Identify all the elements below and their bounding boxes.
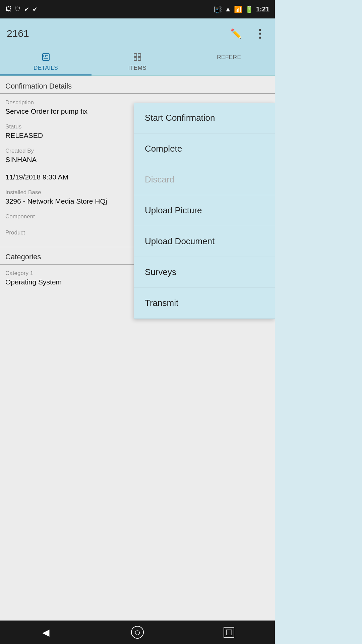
back-icon: ◀: [42, 627, 50, 638]
shield-icon: 🛡: [15, 6, 21, 13]
pencil-icon: ✏️: [230, 29, 242, 39]
home-icon: ○: [131, 626, 144, 639]
tabs-bar: DETAILS ITEMS REFERE: [0, 49, 275, 76]
dropdown-upload-picture[interactable]: Upload Picture: [134, 195, 275, 226]
check-icon-1: ✔: [24, 6, 29, 13]
dropdown-upload-document[interactable]: Upload Document: [134, 226, 275, 257]
tab-details-label: DETAILS: [34, 65, 58, 71]
items-tab-icon: [133, 53, 142, 63]
dropdown-complete[interactable]: Complete: [134, 133, 275, 164]
square-icon: □: [224, 627, 234, 638]
edit-button[interactable]: ✏️: [228, 25, 245, 42]
app-bar-actions: ✏️ ⋮: [228, 24, 268, 43]
vibrate-icon: 📳: [214, 5, 222, 13]
svg-rect-8: [138, 58, 141, 60]
status-bar-left: 🖼 🛡 ✔ ✔: [5, 6, 38, 13]
clock: 1:21: [256, 5, 269, 13]
status-bar-right: 📳 ▲ 📶 🔋 1:21: [214, 5, 269, 13]
tab-refere[interactable]: REFERE: [183, 49, 275, 75]
app-bar: 2161 ✏️ ⋮: [0, 18, 275, 49]
dropdown-transmit[interactable]: Transmit: [134, 288, 275, 319]
svg-point-1: [44, 55, 46, 57]
details-tab-icon: [42, 53, 50, 63]
check-icon-2: ✔: [33, 6, 38, 13]
dropdown-start-confirmation[interactable]: Start Confirmation: [134, 103, 275, 133]
more-options-button[interactable]: ⋮: [251, 24, 268, 43]
recents-button[interactable]: □: [219, 622, 239, 642]
signal-icon: 📶: [234, 5, 242, 13]
svg-rect-7: [134, 58, 137, 60]
battery-icon: 🔋: [245, 5, 253, 13]
tab-items[interactable]: ITEMS: [92, 49, 183, 75]
more-icon: ⋮: [254, 27, 265, 40]
dropdown-surveys[interactable]: Surveys: [134, 257, 275, 288]
status-bar: 🖼 🛡 ✔ ✔ 📳 ▲ 📶 🔋 1:21: [0, 0, 275, 18]
wifi-icon: ▲: [225, 5, 231, 13]
page-title: 2161: [7, 28, 29, 39]
svg-rect-6: [138, 54, 141, 56]
image-icon: 🖼: [5, 6, 11, 13]
home-button[interactable]: ○: [127, 622, 147, 642]
dropdown-menu: Start Confirmation Complete Discard Uplo…: [134, 103, 275, 319]
dropdown-overlay[interactable]: Start Confirmation Complete Discard Uplo…: [0, 76, 275, 624]
tab-details[interactable]: DETAILS: [0, 49, 92, 75]
main-content: Confirmation Details Description Service…: [0, 76, 275, 624]
back-button[interactable]: ◀: [36, 622, 56, 642]
dropdown-discard[interactable]: Discard: [134, 164, 275, 195]
tab-refere-label: REFERE: [217, 54, 241, 61]
svg-rect-5: [134, 54, 137, 56]
tab-items-label: ITEMS: [128, 65, 146, 71]
